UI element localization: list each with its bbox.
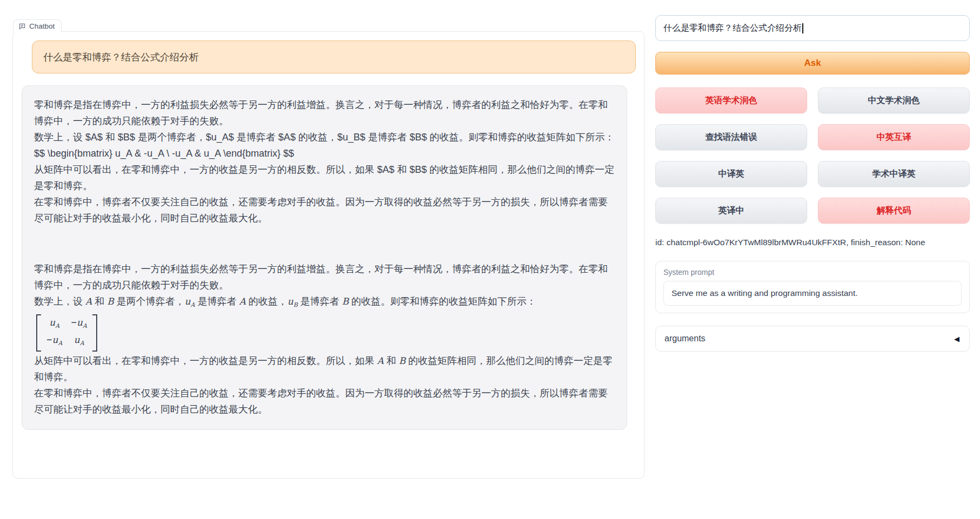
quick-action-zh-en-mutual-translate[interactable]: 中英互译 — [818, 124, 970, 150]
chatbot-panel: Chatbot 什么是零和博弈？结合公式介绍分析 零和博弈是指在博弈中，一方的利… — [12, 31, 645, 478]
bot-paragraph-rendered-4: 在零和博弈中，博弈者不仅要关注自己的收益，还需要考虑对手的收益。因为一方取得的收… — [34, 385, 615, 417]
bot-paragraph-raw-2: 数学上，设 $A$ 和 $B$ 是两个博弈者，$u_A$ 是博弈者 $A$ 的收… — [34, 129, 615, 145]
accordion-collapse-icon: ◀ — [954, 335, 959, 343]
arguments-accordion-header[interactable]: arguments ◀ — [655, 326, 970, 352]
bot-paragraph-raw-latex: $$ \begin{bmatrix} u_A & -u_A \ -u_A & u… — [34, 145, 615, 161]
system-prompt-input[interactable]: Serve me as a writing and programming as… — [663, 281, 962, 306]
system-prompt-value: Serve me as a writing and programming as… — [672, 288, 858, 298]
bot-message-bubble: 零和博弈是指在博弈中，一方的利益损失必然等于另一方的利益增益。换言之，对于每一种… — [22, 85, 627, 430]
bot-paragraph-raw-1: 零和博弈是指在博弈中，一方的利益损失必然等于另一方的利益增益。换言之，对于每一种… — [34, 97, 615, 129]
text-caret — [802, 23, 803, 33]
matrix-right-bracket — [92, 314, 97, 352]
arguments-accordion-label: arguments — [664, 334, 706, 343]
matrix-cell-11: uA — [71, 333, 86, 350]
bot-paragraph-raw-3: 从矩阵中可以看出，在零和博弈中，一方的收益是另一方的相反数。所以，如果 $A$ … — [34, 161, 615, 194]
quick-action-find-grammar-errors[interactable]: 查找语法错误 — [655, 124, 807, 150]
user-message-bubble: 什么是零和博弈？结合公式介绍分析 — [32, 41, 636, 73]
chatbot-panel-label-text: Chatbot — [29, 22, 55, 30]
bot-paragraph-rendered-2: 数学上，设 A 和 B 是两个博弈者，uA 是博弈者 A 的收益，uB 是博弈者… — [34, 293, 615, 313]
quick-action-chinese-polish[interactable]: 中文学术润色 — [818, 87, 970, 113]
quick-action-zh-to-en[interactable]: 中译英 — [655, 161, 807, 187]
system-prompt-label: System prompt — [663, 268, 962, 277]
clipped-page-title — [487, 0, 563, 4]
payoff-matrix: uA −uA −uA uA — [36, 314, 97, 352]
quick-action-explain-code[interactable]: 解释代码 — [818, 198, 970, 224]
matrix-cell-01: −uA — [71, 316, 86, 333]
system-prompt-panel: System prompt Serve me as a writing and … — [655, 261, 970, 313]
bot-paragraph-raw-4: 在零和博弈中，博弈者不仅要关注自己的收益，还需要考虑对手的收益。因为一方取得的收… — [34, 194, 615, 226]
matrix-cell-10: −uA — [46, 333, 62, 350]
quick-actions-grid: 英语学术润色 中文学术润色 查找语法错误 中英互译 中译英 学术中译英 英译中 … — [655, 87, 970, 224]
paragraph-gap — [34, 226, 615, 261]
question-input-value: 什么是零和博弈？结合公式介绍分析 — [663, 23, 802, 34]
chat-bubble-icon — [18, 23, 26, 30]
user-message-text: 什么是零和博弈？结合公式介绍分析 — [43, 51, 199, 64]
quick-action-academic-zh-to-en[interactable]: 学术中译英 — [818, 161, 970, 187]
bot-paragraph-rendered-1: 零和博弈是指在博弈中，一方的利益损失必然等于另一方的利益增益。换言之，对于每一种… — [34, 261, 615, 293]
question-input[interactable]: 什么是零和博弈？结合公式介绍分析 — [655, 15, 970, 41]
ask-button[interactable]: Ask — [655, 52, 970, 75]
quick-action-english-polish[interactable]: 英语学术润色 — [655, 87, 807, 113]
response-id-line: id: chatcmpl-6wOo7KrYTwMl89lbrMWRu4UkFFX… — [655, 238, 970, 247]
bot-paragraph-rendered-3: 从矩阵中可以看出，在零和博弈中，一方的收益是另一方的相反数。所以，如果 A 和 … — [34, 353, 615, 385]
matrix-left-bracket — [36, 314, 41, 352]
chatbot-panel-label: Chatbot — [13, 19, 62, 32]
quick-action-en-to-zh[interactable]: 英译中 — [655, 198, 807, 224]
matrix-cell-00: uA — [46, 316, 62, 333]
